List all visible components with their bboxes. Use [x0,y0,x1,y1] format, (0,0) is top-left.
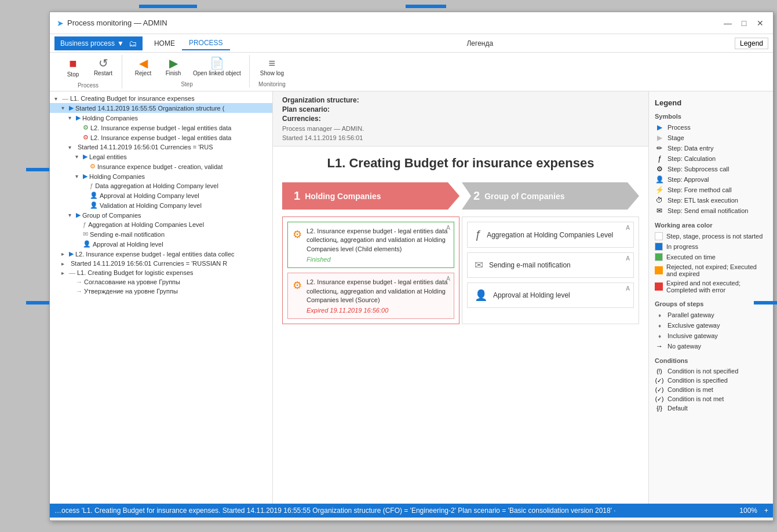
stop-button[interactable]: ■ Stop [59,55,87,80]
stage1-num: 1 [294,189,300,203]
status-text: …ocess 'L1. Creating Budget for insuranc… [54,507,735,515]
parallel-label: Parallel gateway [667,311,714,318]
tree-item[interactable]: 👤 Approval at Holding level [50,239,272,249]
finish-button[interactable]: ▶ Finish [159,55,187,79]
main-window: ➤ Process monitoring — ADMIN — □ ✕ Busin… [49,12,774,521]
legend-top-button[interactable]: Legend [735,38,768,49]
tree-item[interactable]: 👤 Validation at Holding Company level [50,200,272,210]
tree-item[interactable]: ƒ Aggregation at Holding Companies Level [50,220,272,229]
legend-default: {/} Default [655,405,767,412]
tree-item[interactable]: ▾ ▶ Holding Companies [50,171,272,181]
legend-not-started: Step, stage, process is not started [655,232,767,240]
cond-not-met-label: Condition is not met [667,395,724,402]
task-card-2[interactable]: A ⚙ L2. Insurance expense budget - legal… [287,273,454,319]
menu-home[interactable]: HOME [147,37,182,50]
cond-specified-icon: (✓) [655,377,664,384]
tree-item-text: Holding Companies [89,173,145,180]
tree-item[interactable]: ▸ Started 14.11.2019 16:56:01 Currencies… [50,259,272,268]
tree-item[interactable]: → Согласование на уровне Группы [50,277,272,287]
tree-item[interactable]: ƒ Data aggregation at Holding Company le… [50,181,272,190]
tree-item[interactable]: ▾ — L1. Creating Budget for insurance ex… [50,94,272,103]
toolbar: ■ Stop ↺ Restart Process ◀ Reject ▶ Fini… [50,53,773,91]
monitoring-actions: ≡ Show log [257,55,287,79]
cond-not-specified-icon: (!) [655,368,664,375]
tree-item-text: Sending e-mail notification [90,231,165,238]
approval-label: Step: Approval [667,176,709,183]
tree-toggle[interactable]: ▾ [68,115,74,121]
tree-toggle[interactable]: ▸ [61,261,67,267]
tree-item-icon: ⚙ [83,124,89,131]
stage2-content: A ƒ Aggregation at Holding Companies Lev… [462,217,639,324]
working-area-section: Working area color Step, stage, process … [655,222,767,293]
etl-label: Step: ETL task execution [667,197,738,204]
rcard2-text: Sending e-mail notification [489,261,571,269]
tree-item-text: L1. Creating Budget for insurance expens… [70,95,195,102]
maximize-button[interactable]: □ [738,17,750,29]
tree-toggle[interactable]: ▾ [54,96,60,102]
exclusive-label: Exclusive gateway [667,322,720,329]
legend-process: ▶ Process [655,123,767,131]
tree-toggle[interactable]: ▾ [68,144,74,151]
show-log-icon: ≡ [269,57,276,69]
default-label: Default [667,405,688,412]
fore-method-icon: ⚡ [655,186,664,194]
expired-label: Expired and not executed; Completed with… [666,280,767,293]
right-card-2[interactable]: A ✉ Sending e-mail notification [467,252,634,278]
restart-button[interactable]: ↺ Restart [89,55,117,80]
reject-button[interactable]: ◀ Reject [129,55,157,79]
tree-item[interactable]: ✉ Sending e-mail notification [50,229,272,239]
cond-not-specified-label: Condition is not specified [667,368,738,375]
inclusive-label: Inclusive gateway [667,332,718,339]
minimize-button[interactable]: — [722,17,734,29]
legend-cond-not-specified: (!) Condition is not specified [655,368,767,375]
close-button[interactable]: ✕ [754,17,766,29]
tree-item-icon: ƒ [90,182,93,189]
show-log-button[interactable]: ≡ Show log [257,55,287,79]
task-card-1[interactable]: A ⚙ L2. Insurance expense budget - legal… [287,222,454,268]
reject-label: Reject [135,70,151,76]
tree-toggle[interactable]: ▾ [75,153,81,160]
menu-process[interactable]: PROCESS [182,36,230,50]
card2-label: A [446,276,450,282]
legend-expired: Expired and not executed; Completed with… [655,280,767,293]
tree-toggle[interactable]: ▸ [61,270,67,276]
tree-item[interactable]: 👤 Approval at Holding Company level [50,190,272,200]
executed-on-time-label: Executed on time [666,254,716,261]
tree-item[interactable]: ▾ ▶ Holding Companies [50,113,272,123]
tree-toggle[interactable]: ▾ [68,212,74,218]
right-card-1[interactable]: A ƒ Aggregation at Holding Companies Lev… [467,222,634,248]
tree-item[interactable]: ▾ ▶ Group of Companies [50,210,272,220]
tree-item[interactable]: ▸ ▶ L2. Insurance expense budget - legal… [50,249,272,259]
legend-etl: ⏱ Step: ETL task execution [655,196,767,204]
fore-method-label: Step: Fore method call [667,186,732,193]
tree-item-icon: → [76,288,82,295]
process-label: Process [667,124,691,131]
legend-calculation: ƒ Step: Calculation [655,155,767,163]
tree-item[interactable]: ▾ ▶ Legal entities [50,152,272,162]
process-group-label: Process [78,82,99,89]
tree-toggle[interactable]: ▾ [61,105,67,111]
tree-toggle[interactable]: ▾ [75,173,81,179]
email-icon: ✉ [655,207,664,215]
business-process-dropdown[interactable]: Business process ▼ 🗂 [54,36,143,50]
tree-item-icon: ⚙ [90,163,96,170]
tree-item[interactable]: ⚙ Insurance expence budget - creation, v… [50,162,272,171]
monitoring-group: ≡ Show log Monitoring [252,55,292,87]
rcard3-label: A [626,285,630,292]
tree-item[interactable]: ⚙ L2. Insurance expense budget - legal e… [50,133,272,142]
tree-item[interactable]: ⚙ L2. Insurance expense budget - legal e… [50,123,272,133]
legend-cond-met: (✓) Condition is met [655,386,767,393]
data-entry-label: Step: Data entry [667,145,714,152]
tree-item[interactable]: ▸ — L1. Creating Budget for logistic exp… [50,268,272,277]
rcard3-icon: 👤 [475,289,487,302]
tree-item-icon: — [62,95,68,102]
step-group-label: Step [181,81,193,87]
open-linked-button[interactable]: 📄 Open linked object [189,55,245,79]
tree-item[interactable]: ▾ Started 14.11.2019 16:56:01 Currencies… [50,142,272,152]
tree-item[interactable]: ▾ ▶ Started 14.11.2019 16:55:55 Organiza… [50,103,272,113]
tree-item[interactable]: → Утверждение на уровне Группы [50,287,272,296]
tree-toggle[interactable]: ▸ [61,251,67,257]
right-card-3[interactable]: A 👤 Approval at Holding level [467,282,634,308]
status-plus-btn[interactable]: + [764,507,768,515]
legend-exclusive: ⬧ Exclusive gateway [655,321,767,329]
